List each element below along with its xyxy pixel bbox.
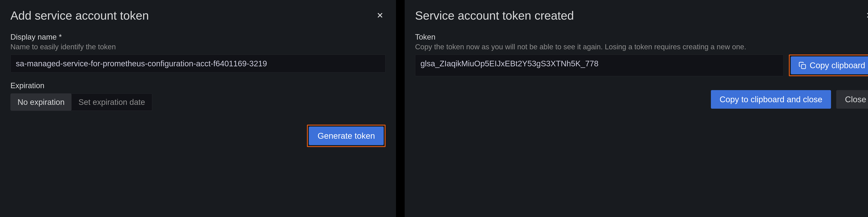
dialog-footer: Generate token — [10, 125, 385, 147]
expiration-label: Expiration — [10, 81, 385, 90]
close-icon — [865, 11, 868, 20]
expiration-toggle: No expiration Set expiration date — [10, 93, 152, 111]
token-created-dialog: Service account token created Token Copy… — [405, 0, 868, 217]
add-token-dialog: Add service account token Display name *… — [0, 0, 396, 217]
token-label: Token — [415, 33, 868, 41]
display-name-label: Display name * — [10, 33, 385, 41]
svg-rect-4 — [801, 64, 806, 69]
close-button[interactable] — [864, 10, 868, 21]
close-footer-button[interactable]: Close — [836, 90, 868, 109]
dialog-header: Add service account token — [10, 9, 385, 22]
copy-clipboard-label: Copy clipboard — [810, 61, 865, 70]
display-name-field: Display name * Name to easily identify t… — [10, 33, 385, 72]
highlight-generate: Generate token — [307, 125, 385, 147]
token-field: Token Copy the token now as you will not… — [415, 33, 868, 76]
dialog-title: Service account token created — [415, 9, 574, 22]
clipboard-icon — [799, 62, 806, 69]
copy-clipboard-button[interactable]: Copy clipboard — [791, 56, 868, 74]
set-expiration-option[interactable]: Set expiration date — [71, 94, 152, 111]
highlight-copy: Copy clipboard — [789, 55, 868, 76]
display-name-hint: Name to easily identify the token — [10, 43, 385, 51]
token-value[interactable]: glsa_ZIaqikMiuOp5EIJxEBt2Y53gS3XTNh5K_77… — [415, 55, 784, 76]
dialog-title: Add service account token — [10, 9, 149, 22]
dialog-header: Service account token created — [415, 9, 868, 22]
close-icon — [376, 11, 384, 20]
generate-token-button[interactable]: Generate token — [309, 127, 384, 145]
no-expiration-option[interactable]: No expiration — [10, 94, 71, 111]
display-name-input[interactable] — [10, 55, 385, 72]
dialog-footer: Copy to clipboard and close Close — [415, 90, 868, 109]
token-row: glsa_ZIaqikMiuOp5EIJxEBt2Y53gS3XTNh5K_77… — [415, 55, 868, 76]
copy-close-button[interactable]: Copy to clipboard and close — [711, 90, 831, 109]
token-hint: Copy the token now as you will not be ab… — [415, 43, 868, 51]
expiration-field: Expiration No expiration Set expiration … — [10, 81, 385, 111]
close-button[interactable] — [374, 10, 385, 21]
